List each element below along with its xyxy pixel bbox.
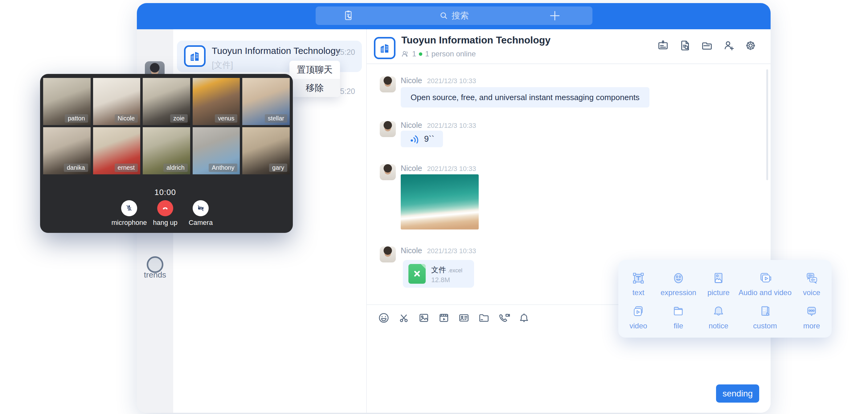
video-tile[interactable]: danika bbox=[43, 127, 91, 174]
contact-card-icon[interactable] bbox=[458, 311, 470, 324]
screen: 搜索 trends bbox=[0, 0, 868, 414]
members-icon bbox=[401, 50, 409, 58]
hang-up-button[interactable] bbox=[157, 200, 173, 216]
notification-bell-icon[interactable] bbox=[518, 311, 530, 324]
conversation-time: 15:20 bbox=[336, 48, 355, 57]
sender-avatar[interactable] bbox=[380, 164, 396, 180]
feature-label: voice bbox=[803, 288, 820, 297]
feature-custom[interactable]: custom bbox=[739, 300, 792, 333]
video-tile[interactable]: stellar bbox=[242, 78, 290, 125]
feature-label: text bbox=[632, 288, 645, 297]
file-extension: .excel bbox=[448, 267, 462, 274]
excel-file-icon bbox=[408, 264, 426, 284]
search-icon bbox=[439, 11, 448, 20]
beach-photo-message[interactable] bbox=[401, 174, 479, 229]
feature-expression[interactable]: expression bbox=[658, 267, 699, 300]
video-tile[interactable]: gary bbox=[242, 127, 290, 174]
chat-header: Tuoyun Information Technology 1 1 person… bbox=[367, 29, 771, 64]
message-time: 2021/12/3 10:33 bbox=[427, 247, 476, 255]
video-call-icon[interactable] bbox=[497, 311, 510, 324]
file-size: 12.8M bbox=[431, 276, 450, 284]
feature-file[interactable]: file bbox=[658, 300, 699, 333]
screenshot-scissors-icon[interactable] bbox=[397, 311, 410, 324]
file-name: 文件 bbox=[431, 265, 446, 274]
file-bubble[interactable]: 文件.excel 12.8M bbox=[403, 260, 474, 288]
menu-item-remove[interactable]: 移除 bbox=[289, 79, 340, 97]
video-tile[interactable]: Anthony bbox=[193, 127, 240, 174]
more-icon bbox=[803, 303, 820, 320]
feature-more[interactable]: more bbox=[792, 300, 832, 333]
chat-header-actions bbox=[656, 38, 758, 53]
member-count: 1 bbox=[412, 50, 416, 58]
camera-off-button[interactable] bbox=[193, 200, 209, 216]
sender-avatar[interactable] bbox=[380, 247, 396, 262]
sender-avatar[interactable] bbox=[380, 76, 396, 92]
feature-picture[interactable]: picture bbox=[699, 267, 739, 300]
file-folder-icon[interactable] bbox=[477, 311, 490, 324]
video-tile[interactable]: venus bbox=[193, 78, 240, 125]
sender-name: Nicole bbox=[401, 246, 422, 255]
video-tile[interactable]: ernest bbox=[93, 127, 141, 174]
video-call-window[interactable]: patton Nicole zoie venus stellar danika … bbox=[40, 74, 293, 233]
message-toolbar bbox=[377, 311, 530, 324]
group-files-icon[interactable] bbox=[700, 38, 714, 53]
participant-grid: patton Nicole zoie venus stellar danika … bbox=[43, 78, 290, 174]
feature-video[interactable]: video bbox=[618, 300, 658, 333]
message-time: 2021/12/3 10:33 bbox=[427, 122, 476, 130]
sender-avatar[interactable] bbox=[380, 121, 396, 137]
sender-name: Nicole bbox=[401, 76, 422, 85]
trends-label[interactable]: trends bbox=[137, 270, 173, 280]
group-avatar-icon bbox=[374, 37, 396, 59]
video-tile[interactable]: aldrich bbox=[143, 127, 190, 174]
text-icon bbox=[630, 270, 647, 286]
scrollbar[interactable] bbox=[766, 69, 768, 180]
feature-text[interactable]: text bbox=[618, 267, 658, 300]
send-button[interactable]: sending bbox=[716, 384, 759, 403]
feature-label: picture bbox=[707, 288, 730, 297]
group-notice-icon[interactable] bbox=[656, 38, 670, 53]
online-status: 1 person online bbox=[425, 50, 475, 58]
feature-notice[interactable]: notice bbox=[699, 300, 739, 333]
participant-name: Anthony bbox=[209, 164, 237, 172]
feature-label: Audio and video bbox=[739, 288, 792, 297]
search-placeholder: 搜索 bbox=[452, 10, 469, 22]
video-tile[interactable]: Nicole bbox=[93, 78, 141, 125]
voice-wave-icon bbox=[409, 134, 420, 144]
microphone-mute-button[interactable] bbox=[121, 200, 137, 216]
feature-audio-video[interactable]: Audio and video bbox=[739, 267, 792, 300]
participant-name: zoie bbox=[170, 114, 188, 123]
add-member-icon[interactable] bbox=[721, 38, 736, 53]
feature-label: custom bbox=[753, 322, 777, 330]
menu-item-pin-chat[interactable]: 置顶聊天 bbox=[289, 61, 340, 79]
message-type-panel: text expression picture bbox=[618, 260, 832, 338]
picture-icon bbox=[710, 270, 727, 286]
voice-icon bbox=[803, 270, 820, 286]
feature-voice[interactable]: voice bbox=[792, 267, 832, 300]
context-menu: 置顶聊天 移除 bbox=[289, 61, 340, 97]
group-avatar-icon bbox=[184, 45, 206, 67]
call-timer: 10:00 bbox=[40, 188, 290, 197]
participant-name: stellar bbox=[265, 114, 287, 123]
video-tile[interactable]: zoie bbox=[143, 78, 190, 125]
feature-label: more bbox=[803, 322, 820, 330]
image-icon[interactable] bbox=[417, 311, 430, 324]
text-bubble[interactable]: Open source, free, and universal instant… bbox=[401, 87, 649, 107]
add-icon[interactable] bbox=[548, 9, 561, 22]
conversation-title: Tuoyun Information Technology bbox=[212, 45, 340, 56]
conversation-last-message: [文件] bbox=[212, 59, 233, 70]
emoji-icon[interactable] bbox=[377, 311, 390, 324]
settings-gear-icon[interactable] bbox=[743, 38, 758, 53]
video-clip-icon[interactable] bbox=[437, 311, 450, 324]
participant-name: venus bbox=[215, 114, 237, 123]
file-icon bbox=[670, 303, 687, 320]
message-time: 2021/12/3 10:33 bbox=[427, 165, 476, 173]
custom-icon bbox=[757, 303, 773, 320]
chat-subtitle: 1 1 person online bbox=[401, 50, 475, 58]
voice-bubble[interactable]: 9`` bbox=[401, 131, 443, 147]
video-tile[interactable]: patton bbox=[43, 78, 91, 125]
voice-duration: 9`` bbox=[424, 134, 434, 144]
participant-name: danika bbox=[64, 164, 88, 172]
message-time: 2021/12/3 10:33 bbox=[427, 77, 476, 85]
chat-history-search-icon[interactable] bbox=[678, 38, 692, 53]
search-bar[interactable]: 搜索 bbox=[316, 6, 592, 25]
